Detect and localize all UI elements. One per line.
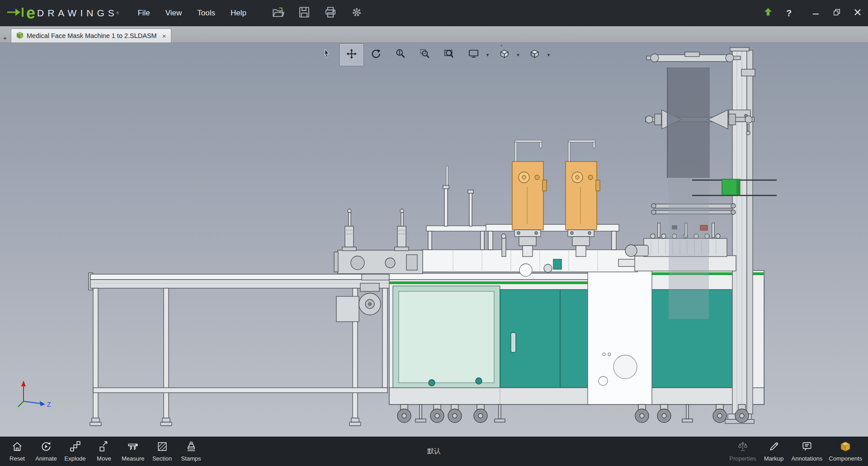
full-screen-tool-button[interactable]	[462, 43, 486, 66]
properties-button: Properties	[726, 437, 759, 466]
annotations-label: Annotations	[792, 455, 823, 462]
document-tab-bar: + Medical Face Mask Machine 1 to 2.SLDAS…	[0, 26, 868, 43]
open-button[interactable]	[268, 4, 288, 23]
vertical-actuators	[342, 209, 409, 251]
reset-button[interactable]: Reset	[3, 437, 32, 466]
tab-title: Medical Face Mask Machine 1 to 2.SLDASM	[27, 32, 157, 39]
logo-registered-mark: ®	[116, 11, 119, 15]
restore-icon	[833, 8, 841, 18]
triad-z-label: Z	[47, 401, 51, 408]
explode-button[interactable]: Explode	[61, 437, 90, 466]
print-button[interactable]	[320, 4, 341, 23]
zoom-magnifier-icon	[395, 48, 406, 62]
edrawings-logo: e DRAWINGS ®	[6, 5, 119, 21]
move-label: Move	[97, 455, 111, 462]
properties-scale-icon	[737, 441, 749, 454]
new-tab-button[interactable]: +	[1, 33, 9, 42]
annotation-note-icon	[801, 441, 813, 454]
markup-button[interactable]: Markup	[760, 437, 788, 466]
shaded-cube-icon	[529, 48, 541, 62]
minimize-button[interactable]	[806, 0, 826, 26]
explode-icon	[69, 441, 81, 454]
material-film-web	[667, 67, 710, 319]
save-icon	[297, 5, 311, 21]
logo-text: DRAWINGS	[37, 8, 118, 19]
reset-label: Reset	[9, 455, 25, 462]
save-button[interactable]	[294, 4, 315, 23]
markup-label: Markup	[764, 455, 783, 462]
help-button[interactable]: ?	[778, 0, 799, 26]
zoom-fit-icon	[443, 48, 455, 62]
view-orientation-tool-group: ▾	[492, 43, 523, 66]
select-tool-button[interactable]	[315, 43, 340, 66]
welding-stations	[334, 140, 637, 276]
view-toolbar: ▾ ▾	[315, 43, 553, 66]
zoom-area-tool-button[interactable]	[413, 43, 437, 66]
stamp-icon	[185, 441, 197, 454]
select-cursor-icon	[321, 48, 333, 62]
conveyor-frame	[89, 273, 390, 426]
move-button[interactable]: Move	[90, 437, 118, 466]
publish-up-arrow-icon	[762, 6, 774, 20]
pencil-icon	[768, 441, 780, 454]
publish-button[interactable]	[758, 0, 778, 26]
ultrasonic-station-2	[566, 140, 600, 257]
options-button[interactable]	[346, 4, 367, 23]
components-label: Components	[829, 455, 862, 462]
document-tab[interactable]: Medical Face Mask Machine 1 to 2.SLDASM …	[11, 29, 171, 43]
view-cube-icon	[498, 48, 510, 62]
annotations-button[interactable]: Annotations	[788, 437, 826, 466]
menu-help[interactable]: Help	[223, 5, 254, 22]
help-icon: ?	[786, 8, 792, 19]
monitor-icon	[468, 48, 480, 62]
close-button[interactable]	[847, 0, 868, 26]
measure-caliper-icon	[127, 441, 139, 454]
menu-view[interactable]: View	[158, 5, 190, 22]
pan-arrows-icon	[346, 48, 358, 62]
animate-button[interactable]: Animate	[32, 437, 61, 466]
bottom-toolbar-right: Properties Markup Annota	[726, 437, 865, 466]
toolbar-collapse-handle[interactable]: ▴	[497, 43, 505, 47]
logo-arrow-icon	[6, 7, 25, 19]
orientation-triad: Z	[14, 375, 57, 413]
measure-button[interactable]: Measure	[118, 437, 148, 466]
minimize-icon	[812, 8, 820, 18]
chevron-down-icon[interactable]: ▾	[547, 52, 550, 58]
stamps-label: Stamps	[181, 455, 201, 462]
menu-bar: File View Tools Help	[130, 5, 254, 22]
components-button[interactable]: Components	[826, 437, 865, 466]
move-icon	[98, 441, 110, 454]
open-icon	[271, 5, 285, 21]
display-style-tool-group: ▾	[523, 43, 553, 66]
tab-close-icon[interactable]: ×	[162, 33, 166, 39]
close-icon	[854, 8, 862, 18]
components-cube-icon	[840, 441, 851, 454]
stamps-button[interactable]: Stamps	[177, 437, 206, 466]
print-icon	[324, 5, 337, 21]
cad-model-drawing	[0, 43, 868, 437]
chevron-down-icon[interactable]: ▾	[486, 52, 489, 58]
section-button[interactable]: Section	[148, 437, 177, 466]
full-screen-tool-group: ▾	[462, 43, 492, 66]
pan-tool-button[interactable]	[340, 43, 364, 66]
rotate-tool-button[interactable]	[364, 43, 388, 66]
gear-icon	[350, 5, 363, 21]
chevron-down-icon[interactable]: ▾	[517, 52, 519, 58]
menu-file[interactable]: File	[130, 5, 157, 22]
configuration-name[interactable]: 默认	[427, 447, 441, 456]
machine-casters	[397, 404, 749, 423]
zoom-fit-tool-button[interactable]	[437, 43, 462, 66]
rotate-icon	[370, 48, 382, 62]
bottom-toolbar: Reset Animate Explode	[0, 437, 868, 466]
title-bar: e DRAWINGS ® File View Tools Help	[0, 0, 868, 26]
edrawings-window: e DRAWINGS ® File View Tools Help	[0, 0, 868, 466]
section-icon	[156, 441, 168, 454]
animate-label: Animate	[35, 455, 57, 462]
ultrasonic-station-1	[512, 140, 547, 257]
menu-tools[interactable]: Tools	[189, 5, 223, 22]
measure-label: Measure	[122, 455, 145, 462]
zoom-tool-button[interactable]	[388, 43, 413, 66]
display-style-tool-button[interactable]	[523, 43, 547, 66]
restore-button[interactable]	[826, 0, 847, 26]
model-canvas[interactable]: ▴	[0, 43, 868, 437]
